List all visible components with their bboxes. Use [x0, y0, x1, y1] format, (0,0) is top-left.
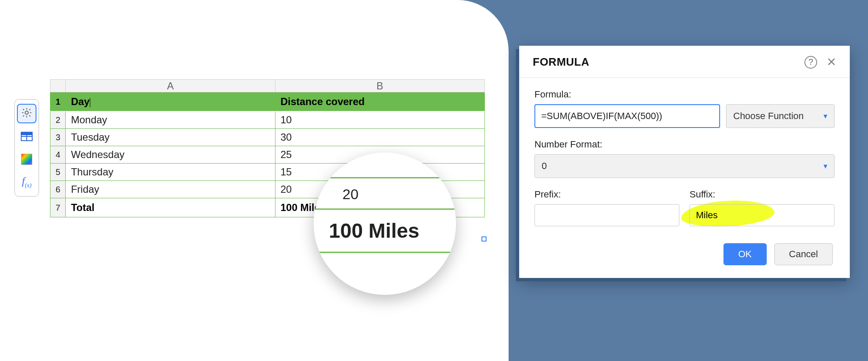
row-header[interactable]: 7: [50, 198, 66, 217]
magnified-row-value: 20: [314, 177, 456, 208]
cell-day[interactable]: Monday: [66, 111, 275, 129]
cell-day[interactable]: Thursday: [66, 164, 275, 181]
gear-icon: [21, 107, 33, 120]
number-format-value: 0: [542, 161, 547, 172]
formula-dialog: FORMULA ? ✕ Formula: Choose Function ▾ N…: [519, 46, 850, 278]
left-panel: f(x) A B 1 Day Distance covered 2 Monday…: [0, 0, 509, 361]
table-icon: [21, 132, 33, 141]
row-header[interactable]: 6: [50, 181, 66, 198]
dialog-header: FORMULA ? ✕: [519, 46, 850, 78]
row-header[interactable]: 3: [50, 129, 66, 146]
chevron-down-icon: ▾: [823, 161, 827, 171]
corner-cell[interactable]: [50, 80, 66, 92]
number-format-dropdown[interactable]: 0 ▾: [534, 154, 835, 178]
settings-button[interactable]: [17, 104, 36, 123]
col-header-a[interactable]: A: [66, 80, 275, 92]
choose-function-label: Choose Function: [733, 111, 804, 122]
table-row: 2 Monday 10: [50, 111, 485, 129]
chevron-down-icon: ▾: [823, 111, 827, 121]
table-row: 3 Tuesday 30: [50, 129, 485, 146]
header-distance-cell[interactable]: Distance covered: [275, 92, 484, 111]
divider: [519, 78, 850, 78]
close-icon[interactable]: ✕: [826, 55, 836, 69]
cancel-button[interactable]: Cancel: [774, 243, 833, 265]
cell-total-label[interactable]: Total: [66, 198, 275, 217]
column-header-row: A B: [50, 80, 485, 92]
col-header-b[interactable]: B: [275, 80, 484, 92]
left-toolbar: f(x): [14, 99, 39, 197]
magnifier-lens: 20 100 Miles: [314, 153, 456, 295]
cell-day[interactable]: Wednesday: [66, 146, 275, 164]
number-format-label: Number Format:: [534, 139, 835, 150]
help-icon[interactable]: ?: [804, 56, 817, 69]
cell-distance[interactable]: 10: [275, 111, 484, 129]
color-icon: [21, 154, 32, 165]
table-row: 1 Day Distance covered: [50, 92, 485, 111]
dialog-title: FORMULA: [533, 56, 589, 69]
magnified-total-value: 100 Miles: [314, 208, 456, 253]
row-header[interactable]: 2: [50, 111, 66, 129]
formula-input[interactable]: [534, 104, 720, 128]
prefix-input[interactable]: [534, 204, 679, 226]
cell-day[interactable]: Friday: [66, 181, 275, 198]
row-header[interactable]: 1: [50, 92, 66, 111]
suffix-label: Suffix:: [690, 189, 835, 200]
row-header[interactable]: 5: [50, 164, 66, 181]
formula-button[interactable]: f(x): [17, 172, 36, 192]
table-button[interactable]: [17, 127, 36, 146]
svg-point-0: [25, 111, 28, 114]
ok-button[interactable]: OK: [723, 243, 767, 265]
prefix-label: Prefix:: [534, 189, 679, 200]
header-day-cell[interactable]: Day: [66, 92, 275, 111]
cell-distance[interactable]: 30: [275, 129, 484, 146]
cell-day[interactable]: Tuesday: [66, 129, 275, 146]
table-row: 4 Wednesday 25: [50, 146, 485, 164]
formula-label: Formula:: [534, 89, 835, 100]
suffix-input[interactable]: [690, 204, 835, 226]
color-button[interactable]: [17, 150, 36, 169]
selection-handle[interactable]: [481, 236, 487, 242]
fx-icon: f(x): [22, 175, 32, 189]
choose-function-dropdown[interactable]: Choose Function ▾: [726, 104, 835, 128]
row-header[interactable]: 4: [50, 146, 66, 164]
